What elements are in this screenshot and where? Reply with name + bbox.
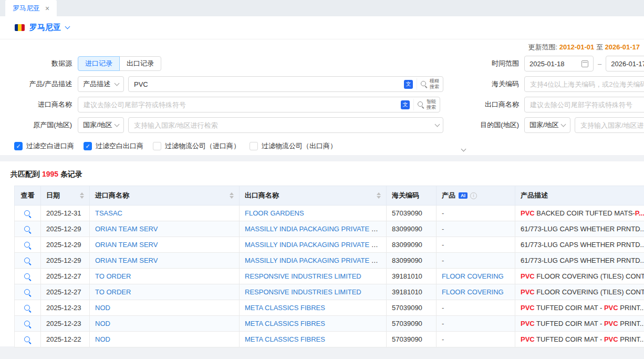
view-detail-icon[interactable] bbox=[24, 273, 32, 281]
table-row: 2025-12-27TO ORDERRESPONSIVE INDUSTRIES … bbox=[15, 269, 644, 284]
importer-cell: TSASAC bbox=[90, 206, 240, 221]
importer-input[interactable] bbox=[84, 101, 397, 109]
description-cell: PVC FLOOR COVERING (TILES) CONT... bbox=[515, 269, 644, 284]
checkbox-checked-icon[interactable]: ✓ bbox=[14, 142, 23, 150]
search-panel: 罗马尼亚 更新范围: 2012-01-01 至 2026-01-17 数据源 进… bbox=[0, 16, 644, 155]
update-range-label: 更新范围: bbox=[528, 43, 558, 51]
view-detail-icon[interactable] bbox=[24, 336, 32, 344]
tab-romania[interactable]: 罗马尼亚 × bbox=[5, 0, 57, 16]
data-source-label: 数据源 bbox=[0, 59, 78, 68]
importer-link[interactable]: TO ORDER bbox=[95, 272, 131, 280]
exporter-input[interactable] bbox=[530, 101, 644, 109]
product-empty: - bbox=[442, 241, 444, 249]
checkbox-checked-icon[interactable]: ✓ bbox=[84, 142, 92, 150]
start-date-input[interactable]: 2025-01-18 bbox=[524, 56, 594, 71]
tab-close-icon[interactable]: × bbox=[45, 5, 49, 12]
country-title[interactable]: 罗马尼亚 bbox=[29, 23, 61, 33]
product-link[interactable]: FLOOR COVERING bbox=[442, 272, 504, 280]
product-cell: FLOOR COVERING bbox=[437, 284, 515, 300]
filter-checkbox-item[interactable]: 过滤物流公司（进口商） bbox=[153, 141, 240, 151]
chevron-down-icon[interactable] bbox=[65, 24, 70, 29]
translate-icon[interactable]: 文 bbox=[401, 100, 410, 109]
exporter-link[interactable]: MASSILLY INDIA PACKAGING PRIVATE LIMI... bbox=[245, 241, 387, 249]
export-records-button[interactable]: 出口记录 bbox=[119, 56, 161, 71]
filter-checkbox-item[interactable]: ✓过滤空白进口商 bbox=[14, 141, 74, 151]
end-date-input[interactable]: 2026-01-17 bbox=[606, 56, 644, 71]
view-detail-icon[interactable] bbox=[24, 241, 32, 249]
checkbox-label: 过滤物流公司（出口商） bbox=[262, 141, 337, 151]
importer-link[interactable]: TO ORDER bbox=[95, 288, 131, 296]
search-icon bbox=[417, 101, 424, 108]
importer-link[interactable]: TSASAC bbox=[95, 209, 122, 217]
table-row: 2025-12-29ORIAN TEAM SERVMASSILLY INDIA … bbox=[15, 253, 644, 269]
update-end-date: 2026-01-17 bbox=[605, 43, 640, 51]
exporter-link[interactable]: MASSILLY INDIA PACKAGING PRIVATE LIMI... bbox=[245, 257, 387, 264]
desc-text: FLOOR COVERING (TILES) CONT... bbox=[535, 288, 644, 296]
view-detail-icon[interactable] bbox=[24, 320, 32, 328]
importer-link[interactable]: NOD bbox=[95, 335, 110, 343]
info-icon[interactable]: i bbox=[470, 192, 477, 199]
product-empty: - bbox=[442, 257, 444, 264]
hs-code-input[interactable] bbox=[530, 80, 644, 88]
exporter-link[interactable]: META CLASSICS FIBRES bbox=[245, 335, 325, 343]
importer-link[interactable]: ORIAN TEAM SERV bbox=[95, 257, 158, 264]
translate-icon[interactable]: 文 bbox=[404, 80, 413, 89]
view-detail-icon[interactable] bbox=[24, 289, 32, 296]
sort-icon[interactable] bbox=[80, 192, 84, 199]
hs-code-cell: 57039090 bbox=[387, 316, 437, 332]
data-source-toggle: 进口记录 出口记录 bbox=[78, 56, 161, 71]
importer-cell: TO ORDER bbox=[90, 284, 240, 300]
date-separator: – bbox=[598, 60, 601, 68]
collapse-toggle[interactable] bbox=[456, 146, 471, 154]
view-detail-icon[interactable] bbox=[24, 225, 32, 233]
exporter-link[interactable]: META CLASSICS FIBRES bbox=[245, 320, 325, 327]
exporter-link[interactable]: MASSILLY INDIA PACKAGING PRIVATE LIMI... bbox=[245, 225, 387, 233]
fuzzy-search-label: 模糊 搜索 bbox=[430, 78, 439, 90]
exporter-link[interactable]: FLOOR GARDENS bbox=[245, 209, 304, 217]
checkbox-label: 过滤空白出口商 bbox=[96, 141, 143, 151]
ai-badge: AI bbox=[459, 192, 468, 199]
romania-flag-icon bbox=[15, 24, 25, 31]
update-range: 更新范围: 2012-01-01 至 2026-01-17 bbox=[0, 43, 644, 51]
importer-link[interactable]: NOD bbox=[95, 320, 110, 327]
checkbox-unchecked-icon[interactable] bbox=[153, 142, 161, 150]
date-cell: 2025-12-29 bbox=[41, 221, 90, 237]
exporter-link[interactable]: META CLASSICS FIBRES bbox=[245, 304, 325, 312]
update-start-date: 2012-01-01 bbox=[559, 43, 595, 51]
import-records-button[interactable]: 进口记录 bbox=[78, 56, 120, 71]
update-to-text: 至 bbox=[596, 43, 603, 51]
collapse-chevron-icon bbox=[461, 147, 466, 152]
origin-country-select[interactable]: 国家/地区 bbox=[78, 117, 124, 133]
sort-icon[interactable] bbox=[377, 192, 381, 199]
importer-link[interactable]: NOD bbox=[95, 304, 110, 312]
sort-icon[interactable] bbox=[230, 192, 234, 199]
product-type-select[interactable]: 产品描述 bbox=[78, 76, 124, 92]
exporter-link[interactable]: RESPONSIVE INDUSTRIES LIMITED bbox=[245, 272, 361, 280]
exporter-link[interactable]: RESPONSIVE INDUSTRIES LIMITED bbox=[245, 288, 361, 296]
product-link[interactable]: FLOOR COVERING bbox=[442, 288, 504, 296]
checkbox-label: 过滤物流公司（进口商） bbox=[165, 141, 240, 151]
origin-country-input[interactable] bbox=[134, 121, 432, 129]
filter-checkbox-item[interactable]: 过滤物流公司（出口商） bbox=[250, 141, 337, 151]
view-cell bbox=[15, 237, 41, 253]
importer-link[interactable]: ORIAN TEAM SERV bbox=[95, 241, 158, 249]
destination-country-input[interactable] bbox=[580, 121, 644, 129]
checkbox-unchecked-icon[interactable] bbox=[250, 142, 258, 150]
description-cell: 61/773-LUG CAPS WHETHER PRNTD... bbox=[515, 221, 644, 237]
view-cell bbox=[15, 300, 41, 316]
filter-checkbox-item[interactable]: ✓过滤空白出口商 bbox=[84, 141, 143, 151]
date-cell: 2025-12-27 bbox=[41, 269, 90, 284]
smart-search-button[interactable]: 智能 搜索 bbox=[413, 99, 436, 110]
col-description: 产品描述 bbox=[515, 186, 644, 206]
date-cell: 2025-12-29 bbox=[41, 237, 90, 253]
view-detail-icon[interactable] bbox=[24, 257, 32, 265]
importer-link[interactable]: ORIAN TEAM SERV bbox=[95, 225, 158, 233]
product-cell: - bbox=[437, 332, 515, 347]
search-icon bbox=[420, 80, 428, 88]
product-empty: - bbox=[442, 209, 444, 217]
view-detail-icon[interactable] bbox=[24, 210, 32, 218]
destination-country-select[interactable]: 国家/地区 bbox=[524, 117, 570, 133]
product-input[interactable] bbox=[134, 80, 400, 88]
view-detail-icon[interactable] bbox=[24, 304, 32, 312]
fuzzy-search-button[interactable]: 模糊 搜索 bbox=[417, 78, 439, 90]
